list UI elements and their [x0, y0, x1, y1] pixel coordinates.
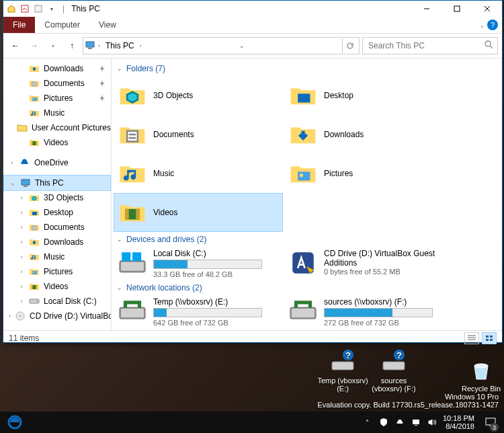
download-icon: [29, 237, 40, 247]
svg-point-25: [33, 272, 34, 273]
drive-item[interactable]: Local Disk (C:) 33.3 GB free of 48.2 GB: [114, 247, 282, 280]
chevron-down-icon[interactable]: ⌄: [117, 284, 122, 291]
folder-music[interactable]: Music: [114, 155, 282, 192]
tree-item-3d-objects[interactable]: ›3D Objects: [3, 190, 111, 205]
forward-button[interactable]: →: [26, 38, 42, 54]
tray-up-icon[interactable]: ˄: [362, 417, 373, 428]
properties-icon[interactable]: [19, 3, 30, 14]
tree-label: Videos: [44, 138, 68, 147]
tree-item-music[interactable]: Music: [3, 106, 111, 120]
drive-free-text: 272 GB free of 732 GB: [324, 319, 449, 327]
chevron-icon[interactable]: ›: [9, 159, 15, 166]
desktop-icon[interactable]: Recycle Bin: [456, 356, 504, 393]
crumb-sep-2[interactable]: ›: [140, 42, 142, 49]
edge-taskbar-icon[interactable]: [0, 411, 30, 433]
chevron-icon[interactable]: ›: [18, 239, 25, 245]
recent-dropdown[interactable]: ▾: [45, 38, 61, 54]
tree-item-documents[interactable]: ›Documents: [3, 220, 111, 235]
tree-item-videos[interactable]: ›Videos: [3, 279, 111, 294]
pin-icon: [99, 79, 107, 87]
tree-item-this-pc[interactable]: ⌄This PC: [3, 175, 111, 191]
group-header[interactable]: ⌄ Network locations (2): [113, 280, 502, 295]
network-drive-item[interactable]: sources (\\vboxsrv) (F:) 272 GB free of …: [285, 296, 453, 328]
taskbar[interactable]: ˄ 10:18 PM 8/4/2018 3: [0, 411, 504, 433]
chevron-icon[interactable]: ›: [18, 253, 25, 260]
refresh-button[interactable]: [342, 38, 358, 53]
svg-rect-56: [332, 362, 353, 370]
network-drive-item[interactable]: Temp (\\vboxsrv) (E:) 642 GB free of 732…: [114, 296, 282, 328]
minimize-button[interactable]: [411, 1, 442, 17]
back-button[interactable]: ←: [7, 38, 24, 54]
qat-blank-icon[interactable]: [33, 3, 44, 14]
tree-item-local-disk-c-[interactable]: ›Local Disk (C:): [3, 294, 111, 309]
folder-videos[interactable]: Videos: [114, 193, 283, 232]
tree-item-pictures[interactable]: Pictures: [3, 91, 111, 106]
tree-item-user-account-pictures[interactable]: User Account Pictures: [3, 120, 111, 135]
file-tab[interactable]: File: [3, 17, 35, 33]
tree-item-desktop[interactable]: ›Desktop: [3, 205, 111, 220]
tree-label: Documents: [44, 79, 85, 88]
tree-item-onedrive[interactable]: ›OneDrive: [3, 155, 111, 170]
download-icon: [29, 63, 40, 74]
chevron-icon[interactable]: ›: [18, 283, 25, 290]
chevron-icon[interactable]: ›: [18, 268, 25, 275]
tree-item-documents[interactable]: Documents: [3, 76, 111, 91]
system-menu-icon[interactable]: [6, 3, 17, 14]
chevron-icon[interactable]: ›: [18, 209, 25, 216]
desktop-icon[interactable]: ?sources (vboxsrv) (F:): [368, 348, 419, 393]
ribbon-expand-icon[interactable]: ⌄: [479, 22, 485, 29]
desktop[interactable]: ?Temp (vboxsrv) (E:)?sources (vboxsrv) (…: [0, 339, 504, 393]
drive-item[interactable]: CD Drive (D:) VirtualBox Guest Additions…: [285, 247, 453, 280]
search-icon[interactable]: [485, 40, 493, 51]
address-dropdown[interactable]: ⌄: [239, 42, 245, 49]
tree-label: 3D Objects: [44, 193, 83, 202]
desktop-icon[interactable]: ?Temp (vboxsrv) (E:): [317, 348, 368, 393]
search-input[interactable]: [367, 40, 485, 51]
cd-icon: [15, 311, 26, 321]
onedrive-tray-icon[interactable]: [394, 417, 405, 428]
chevron-icon[interactable]: ›: [9, 313, 11, 319]
3d-icon: [29, 192, 40, 203]
nav-tree[interactable]: DownloadsDocumentsPicturesMusicUser Acco…: [3, 58, 112, 330]
tree-label: OneDrive: [34, 158, 69, 167]
chevron-down-icon[interactable]: ⌄: [117, 65, 122, 72]
svg-rect-33: [298, 93, 310, 102]
chevron-icon[interactable]: ›: [18, 224, 25, 231]
group-header[interactable]: ⌄ Devices and drives (2): [113, 232, 502, 247]
crumb-sep[interactable]: ›: [98, 42, 100, 49]
up-button[interactable]: ↑: [64, 38, 80, 54]
chevron-icon[interactable]: ›: [18, 298, 25, 305]
help-button[interactable]: ?: [487, 19, 498, 30]
tree-item-pictures[interactable]: ›Pictures: [3, 264, 111, 279]
folder-pictures[interactable]: Pictures: [285, 155, 453, 192]
tree-item-videos[interactable]: Videos: [3, 135, 111, 150]
qat-dropdown-icon[interactable]: ▾: [46, 3, 57, 14]
tab-view[interactable]: View: [89, 17, 126, 33]
chevron-down-icon[interactable]: ⌄: [117, 236, 122, 243]
maximize-button[interactable]: [442, 1, 472, 17]
tree-label: CD Drive (D:) VirtualBox: [30, 311, 112, 321]
search-box[interactable]: [362, 37, 498, 54]
network-icon[interactable]: [411, 417, 421, 428]
folder-documents[interactable]: Documents: [114, 116, 282, 153]
action-center[interactable]: 3: [480, 411, 501, 433]
tree-item-downloads[interactable]: ›Downloads: [3, 235, 111, 249]
tree-item-music[interactable]: ›Music: [3, 249, 111, 264]
address-bar[interactable]: › This PC › ⌄: [83, 37, 360, 54]
clock[interactable]: 10:18 PM 8/4/2018: [443, 414, 474, 430]
desktop-icon-label: Recycle Bin: [456, 385, 504, 393]
close-button[interactable]: [472, 1, 502, 17]
tree-item-downloads[interactable]: Downloads: [3, 61, 111, 76]
group-header[interactable]: ⌄ Folders (7): [113, 61, 502, 76]
crumb-thispc[interactable]: This PC: [103, 41, 137, 50]
folder-3d-objects[interactable]: 3D Objects: [114, 77, 282, 114]
folder-desktop[interactable]: Desktop: [285, 77, 453, 114]
tree-item-cd-drive-d-virtualbox[interactable]: ›CD Drive (D:) VirtualBox: [3, 309, 111, 323]
content-pane[interactable]: ⌄ Folders (7) 3D Objects Desktop Documen…: [112, 58, 502, 330]
folder-downloads[interactable]: Downloads: [285, 116, 453, 153]
chevron-icon[interactable]: ›: [18, 194, 25, 201]
chevron-icon[interactable]: ⌄: [9, 180, 16, 186]
security-icon[interactable]: [378, 417, 389, 428]
volume-icon[interactable]: [427, 417, 437, 428]
tab-computer[interactable]: Computer: [35, 17, 89, 33]
